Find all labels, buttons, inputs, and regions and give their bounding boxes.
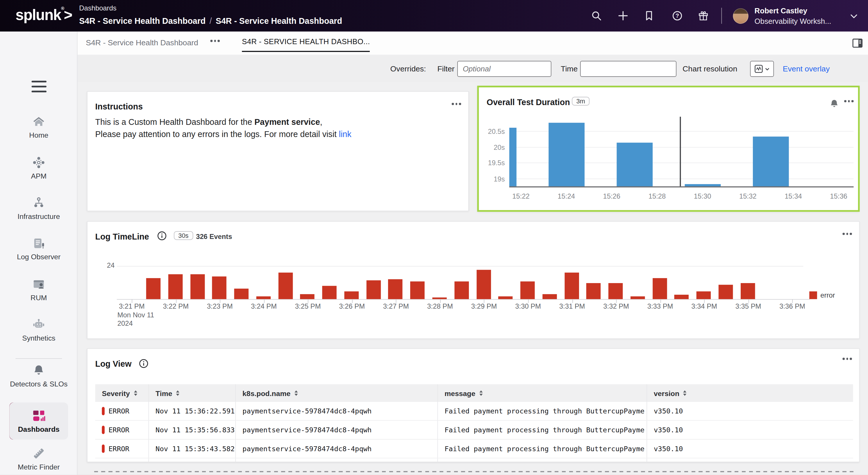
timeline-bar[interactable]: [146, 278, 161, 299]
timeline-bar[interactable]: [344, 291, 359, 299]
filter-input[interactable]: [457, 61, 552, 77]
timeline-bar[interactable]: [366, 280, 381, 299]
sidebar-item-metric-finder[interactable]: Metric Finder: [0, 446, 78, 471]
overall-bar[interactable]: [753, 136, 788, 187]
timeline-bar[interactable]: [278, 272, 293, 299]
overall-y-tick-label: 19s: [494, 175, 505, 183]
overall-y-tick-label: 19.5s: [488, 159, 505, 167]
column-header-k8s-pod-name[interactable]: k8s.pod.name: [236, 384, 438, 402]
timeline-x-tick-label: 3:34 PM: [691, 303, 717, 310]
dashboard-group-label[interactable]: S4R - Service Health Dashboard: [86, 38, 198, 47]
add-icon[interactable]: [617, 10, 629, 22]
timeline-x-tick-label: 3:36 PM: [779, 303, 805, 310]
timeline-bar[interactable]: [300, 294, 315, 299]
info-panel-toggle-icon[interactable]: [851, 37, 864, 49]
timeline-bar[interactable]: [653, 278, 667, 299]
overall-bar[interactable]: [616, 142, 652, 187]
user-menu-chevron-down-icon[interactable]: [849, 11, 859, 21]
timeline-x-tick-label: 3:24 PM: [251, 303, 277, 310]
timeline-bar[interactable]: [630, 297, 645, 299]
breadcrumb-dashboard-group[interactable]: S4R - Service Health Dashboard: [79, 16, 206, 25]
timeline-more-icon[interactable]: [842, 233, 851, 235]
overall-bar[interactable]: [548, 123, 584, 187]
timeline-bar[interactable]: [542, 294, 557, 299]
timeline-bar[interactable]: [234, 288, 249, 299]
overall-bar[interactable]: [509, 128, 516, 187]
column-header-severity[interactable]: Severity: [95, 384, 149, 402]
timeline-legend: error: [809, 292, 835, 299]
sidebar-item-dashboards[interactable]: Dashboards: [0, 408, 78, 434]
gift-icon[interactable]: [698, 10, 709, 22]
logview-more-icon[interactable]: [842, 358, 851, 360]
overall-more-icon[interactable]: [844, 100, 853, 102]
sort-icon[interactable]: [683, 390, 686, 396]
sidebar-item-home[interactable]: Home: [0, 114, 78, 139]
cell-pod: paymentservice-5978474dc8-4pqwh: [236, 440, 438, 458]
severity-error-icon: [102, 426, 105, 434]
overrides-label: Overrides:: [391, 64, 426, 73]
breadcrumb-dashboard-name[interactable]: S4R - Service Health Dashboard: [216, 16, 342, 25]
info-icon[interactable]: [157, 231, 166, 240]
timeline-bar[interactable]: [696, 291, 711, 299]
column-header-message[interactable]: message: [438, 384, 647, 402]
column-header-version[interactable]: version: [647, 384, 853, 402]
overall-x-tick-label: 15:32: [739, 193, 757, 200]
timeline-bar[interactable]: [389, 279, 403, 299]
user-menu[interactable]: Robert Castley Observability Worksh...: [755, 5, 831, 26]
overall-test-duration-panel[interactable]: Overall Test Duration 3m 20.5s20s19.5s19…: [477, 86, 860, 212]
instructions-more-icon[interactable]: [452, 103, 461, 105]
timeline-x-tick-label: 3:25 PM: [295, 303, 321, 310]
timeline-bar[interactable]: [609, 283, 623, 299]
splunk-logo[interactable]: splunk®>: [16, 6, 72, 24]
timeline-bar[interactable]: [674, 295, 689, 299]
timeline-bar[interactable]: [168, 274, 183, 299]
timeline-bar[interactable]: [564, 273, 579, 299]
timeline-bar[interactable]: [454, 281, 469, 299]
help-icon[interactable]: ?: [672, 10, 683, 22]
info-icon[interactable]: [139, 359, 148, 368]
instructions-link[interactable]: link: [339, 129, 351, 138]
timeline-x-tick-label: 3:33 PM: [647, 303, 673, 310]
sort-icon[interactable]: [294, 390, 298, 396]
timeline-title: Log TimeLine: [95, 232, 149, 241]
sidebar-menu-icon[interactable]: [32, 81, 46, 95]
timeline-bar[interactable]: [190, 274, 205, 299]
timeline-bar[interactable]: [256, 297, 271, 299]
timeline-bar[interactable]: [476, 270, 491, 299]
time-input[interactable]: [580, 61, 676, 77]
timeline-bar[interactable]: [432, 298, 447, 299]
timeline-bar[interactable]: [499, 297, 513, 299]
sort-icon[interactable]: [176, 390, 179, 396]
event-overlay-link[interactable]: Event overlay: [783, 64, 830, 73]
sort-icon[interactable]: [134, 390, 137, 396]
chart-resolution-button[interactable]: [750, 61, 774, 77]
tab-active-dashboard[interactable]: S4R - SERVICE HEALTH DASHBO...: [242, 37, 370, 52]
sidebar-item-log-observer[interactable]: Log Observer: [0, 236, 78, 261]
timeline-bar[interactable]: [520, 282, 535, 299]
tab-more-icon[interactable]: [211, 40, 219, 42]
table-row-partial[interactable]: [95, 459, 853, 462]
timeline-bar[interactable]: [741, 283, 755, 299]
timeline-bar[interactable]: [322, 286, 337, 299]
sidebar-item-infrastructure[interactable]: Infrastructure: [0, 196, 78, 220]
user-avatar[interactable]: [733, 8, 748, 24]
timeline-bar[interactable]: [212, 276, 227, 299]
bell-icon: [0, 363, 78, 378]
sort-icon[interactable]: [479, 390, 483, 396]
column-header-time[interactable]: Time: [149, 384, 236, 402]
table-row[interactable]: ERRORNov 11 15:35:43.582paymentservice-5…: [95, 440, 853, 459]
search-icon[interactable]: [591, 10, 602, 22]
timeline-bar[interactable]: [719, 284, 733, 299]
bookmark-icon[interactable]: [643, 10, 655, 22]
sidebar-item-apm[interactable]: APM: [0, 155, 78, 180]
timeline-bar[interactable]: [586, 283, 601, 299]
alert-bell-icon[interactable]: [830, 99, 839, 108]
sidebar-item-rum[interactable]: RUM: [0, 277, 78, 302]
timeline-bar[interactable]: [410, 282, 425, 299]
timeline-resolution-badge: 30s: [174, 231, 193, 240]
table-row[interactable]: ERRORNov 11 15:35:56.833paymentservice-5…: [95, 421, 853, 440]
sidebar-item-detectors-slos[interactable]: Detectors & SLOs: [0, 363, 78, 388]
severity-error-icon: [102, 444, 105, 453]
table-row[interactable]: ERRORNov 11 15:36:22.591paymentservice-5…: [95, 402, 853, 421]
sidebar-item-synthetics[interactable]: Synthetics: [0, 317, 78, 342]
